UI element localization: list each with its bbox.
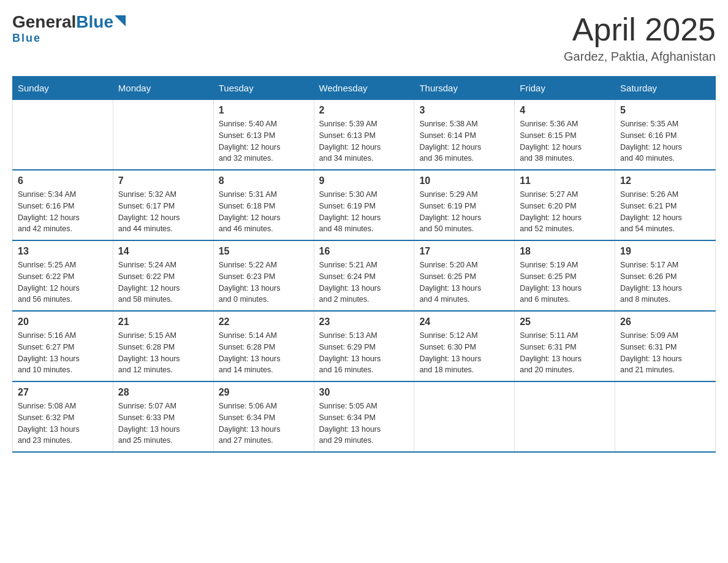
day-number: 4 xyxy=(520,105,610,116)
calendar-cell: 30Sunrise: 5:05 AM Sunset: 6:34 PM Dayli… xyxy=(314,381,414,452)
day-info: Sunrise: 5:31 AM Sunset: 6:18 PM Dayligh… xyxy=(219,189,309,235)
calendar-cell: 11Sunrise: 5:27 AM Sunset: 6:20 PM Dayli… xyxy=(515,170,615,240)
weekday-header-wednesday: Wednesday xyxy=(314,77,414,100)
weekday-header-monday: Monday xyxy=(113,77,213,100)
day-number: 3 xyxy=(419,105,509,116)
calendar-week-row: 1Sunrise: 5:40 AM Sunset: 6:13 PM Daylig… xyxy=(13,100,716,170)
calendar-cell: 15Sunrise: 5:22 AM Sunset: 6:23 PM Dayli… xyxy=(213,240,314,311)
day-number: 7 xyxy=(118,175,208,186)
day-info: Sunrise: 5:16 AM Sunset: 6:27 PM Dayligh… xyxy=(18,330,108,376)
calendar-week-row: 27Sunrise: 5:08 AM Sunset: 6:32 PM Dayli… xyxy=(13,381,716,452)
day-number: 14 xyxy=(118,246,208,257)
calendar-cell xyxy=(615,381,716,452)
weekday-header-thursday: Thursday xyxy=(414,77,515,100)
calendar-week-row: 20Sunrise: 5:16 AM Sunset: 6:27 PM Dayli… xyxy=(13,311,716,381)
day-info: Sunrise: 5:30 AM Sunset: 6:19 PM Dayligh… xyxy=(319,189,409,235)
calendar-cell: 6Sunrise: 5:34 AM Sunset: 6:16 PM Daylig… xyxy=(13,170,113,240)
day-number: 15 xyxy=(219,246,309,257)
day-info: Sunrise: 5:11 AM Sunset: 6:31 PM Dayligh… xyxy=(520,330,610,376)
page-header: General Blue Blue April 2025 Gardez, Pak… xyxy=(12,12,716,64)
day-info: Sunrise: 5:09 AM Sunset: 6:31 PM Dayligh… xyxy=(620,330,710,376)
calendar-cell: 9Sunrise: 5:30 AM Sunset: 6:19 PM Daylig… xyxy=(314,170,414,240)
day-info: Sunrise: 5:13 AM Sunset: 6:29 PM Dayligh… xyxy=(319,330,409,376)
weekday-header-friday: Friday xyxy=(515,77,615,100)
day-info: Sunrise: 5:14 AM Sunset: 6:28 PM Dayligh… xyxy=(219,330,309,376)
day-number: 20 xyxy=(18,316,108,327)
day-info: Sunrise: 5:29 AM Sunset: 6:19 PM Dayligh… xyxy=(419,189,509,235)
day-number: 19 xyxy=(620,246,710,257)
calendar-cell: 7Sunrise: 5:32 AM Sunset: 6:17 PM Daylig… xyxy=(113,170,213,240)
calendar-cell: 22Sunrise: 5:14 AM Sunset: 6:28 PM Dayli… xyxy=(213,311,314,381)
day-number: 12 xyxy=(620,175,710,186)
day-info: Sunrise: 5:40 AM Sunset: 6:13 PM Dayligh… xyxy=(219,118,309,164)
day-info: Sunrise: 5:32 AM Sunset: 6:17 PM Dayligh… xyxy=(118,189,208,235)
day-number: 6 xyxy=(18,175,108,186)
day-info: Sunrise: 5:06 AM Sunset: 6:34 PM Dayligh… xyxy=(219,400,309,446)
calendar-cell: 19Sunrise: 5:17 AM Sunset: 6:26 PM Dayli… xyxy=(615,240,716,311)
day-number: 17 xyxy=(419,246,509,257)
calendar-cell: 29Sunrise: 5:06 AM Sunset: 6:34 PM Dayli… xyxy=(213,381,314,452)
calendar-cell: 14Sunrise: 5:24 AM Sunset: 6:22 PM Dayli… xyxy=(113,240,213,311)
day-info: Sunrise: 5:36 AM Sunset: 6:15 PM Dayligh… xyxy=(520,118,610,164)
day-info: Sunrise: 5:25 AM Sunset: 6:22 PM Dayligh… xyxy=(18,259,108,305)
day-number: 16 xyxy=(319,246,409,257)
calendar-cell: 12Sunrise: 5:26 AM Sunset: 6:21 PM Dayli… xyxy=(615,170,716,240)
calendar-cell: 21Sunrise: 5:15 AM Sunset: 6:28 PM Dayli… xyxy=(113,311,213,381)
calendar-title: April 2025 xyxy=(564,12,716,47)
logo-general-text: General xyxy=(12,12,76,32)
calendar-cell: 25Sunrise: 5:11 AM Sunset: 6:31 PM Dayli… xyxy=(515,311,615,381)
calendar-cell xyxy=(414,381,515,452)
calendar-cell: 17Sunrise: 5:20 AM Sunset: 6:25 PM Dayli… xyxy=(414,240,515,311)
logo: General Blue Blue xyxy=(12,12,126,45)
day-number: 5 xyxy=(620,105,710,116)
weekday-header-sunday: Sunday xyxy=(13,77,113,100)
calendar-cell: 24Sunrise: 5:12 AM Sunset: 6:30 PM Dayli… xyxy=(414,311,515,381)
calendar-cell: 18Sunrise: 5:19 AM Sunset: 6:25 PM Dayli… xyxy=(515,240,615,311)
calendar-cell: 5Sunrise: 5:35 AM Sunset: 6:16 PM Daylig… xyxy=(615,100,716,170)
weekday-header-tuesday: Tuesday xyxy=(213,77,314,100)
day-info: Sunrise: 5:34 AM Sunset: 6:16 PM Dayligh… xyxy=(18,189,108,235)
calendar-cell: 28Sunrise: 5:07 AM Sunset: 6:33 PM Dayli… xyxy=(113,381,213,452)
day-number: 8 xyxy=(219,175,309,186)
calendar-week-row: 13Sunrise: 5:25 AM Sunset: 6:22 PM Dayli… xyxy=(13,240,716,311)
day-number: 10 xyxy=(419,175,509,186)
calendar-subtitle: Gardez, Paktia, Afghanistan xyxy=(564,50,716,64)
day-info: Sunrise: 5:07 AM Sunset: 6:33 PM Dayligh… xyxy=(118,400,208,446)
calendar-cell: 2Sunrise: 5:39 AM Sunset: 6:13 PM Daylig… xyxy=(314,100,414,170)
svg-marker-0 xyxy=(115,15,126,26)
day-number: 18 xyxy=(520,246,610,257)
weekday-header-saturday: Saturday xyxy=(615,77,716,100)
day-info: Sunrise: 5:12 AM Sunset: 6:30 PM Dayligh… xyxy=(419,330,509,376)
day-info: Sunrise: 5:39 AM Sunset: 6:13 PM Dayligh… xyxy=(319,118,409,164)
calendar-cell: 26Sunrise: 5:09 AM Sunset: 6:31 PM Dayli… xyxy=(615,311,716,381)
calendar-week-row: 6Sunrise: 5:34 AM Sunset: 6:16 PM Daylig… xyxy=(13,170,716,240)
calendar-cell: 8Sunrise: 5:31 AM Sunset: 6:18 PM Daylig… xyxy=(213,170,314,240)
day-number: 30 xyxy=(319,387,409,398)
calendar-cell: 4Sunrise: 5:36 AM Sunset: 6:15 PM Daylig… xyxy=(515,100,615,170)
day-info: Sunrise: 5:05 AM Sunset: 6:34 PM Dayligh… xyxy=(319,400,409,446)
calendar-table: SundayMondayTuesdayWednesdayThursdayFrid… xyxy=(12,76,716,453)
day-info: Sunrise: 5:22 AM Sunset: 6:23 PM Dayligh… xyxy=(219,259,309,305)
calendar-cell xyxy=(13,100,113,170)
day-info: Sunrise: 5:17 AM Sunset: 6:26 PM Dayligh… xyxy=(620,259,710,305)
day-number: 1 xyxy=(219,105,309,116)
day-number: 26 xyxy=(620,316,710,327)
day-info: Sunrise: 5:20 AM Sunset: 6:25 PM Dayligh… xyxy=(419,259,509,305)
day-info: Sunrise: 5:19 AM Sunset: 6:25 PM Dayligh… xyxy=(520,259,610,305)
logo-triangle-icon xyxy=(115,15,126,29)
day-info: Sunrise: 5:27 AM Sunset: 6:20 PM Dayligh… xyxy=(520,189,610,235)
day-info: Sunrise: 5:24 AM Sunset: 6:22 PM Dayligh… xyxy=(118,259,208,305)
day-info: Sunrise: 5:26 AM Sunset: 6:21 PM Dayligh… xyxy=(620,189,710,235)
day-number: 25 xyxy=(520,316,610,327)
day-number: 24 xyxy=(419,316,509,327)
day-number: 27 xyxy=(18,387,108,398)
day-number: 23 xyxy=(319,316,409,327)
calendar-cell: 23Sunrise: 5:13 AM Sunset: 6:29 PM Dayli… xyxy=(314,311,414,381)
logo-tagline: Blue xyxy=(12,32,41,45)
day-number: 11 xyxy=(520,175,610,186)
calendar-cell xyxy=(113,100,213,170)
day-number: 9 xyxy=(319,175,409,186)
calendar-cell: 27Sunrise: 5:08 AM Sunset: 6:32 PM Dayli… xyxy=(13,381,113,452)
calendar-cell: 20Sunrise: 5:16 AM Sunset: 6:27 PM Dayli… xyxy=(13,311,113,381)
day-number: 29 xyxy=(219,387,309,398)
